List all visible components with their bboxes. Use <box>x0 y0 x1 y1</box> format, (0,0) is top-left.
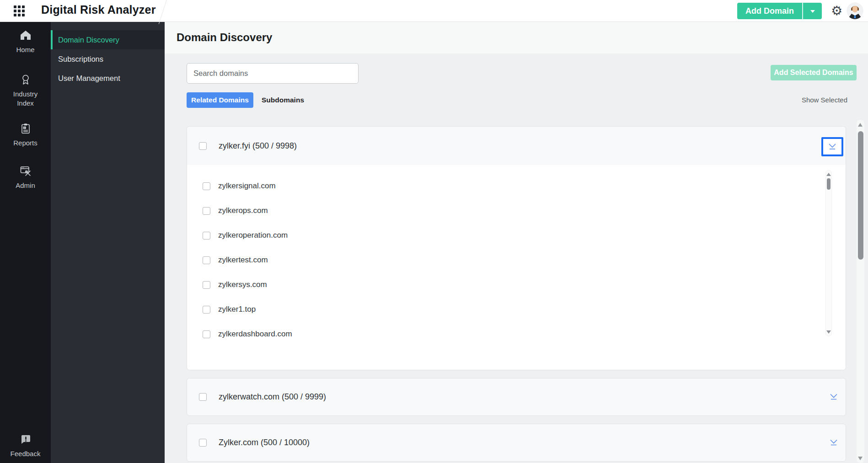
expand-toggle-button[interactable] <box>821 137 843 156</box>
tabs: Related DomainsSubdomains <box>187 92 304 108</box>
domain-checkbox[interactable] <box>203 232 210 239</box>
sidebar-item-label: Home <box>5 45 47 54</box>
app-grid-menu-icon[interactable] <box>14 5 25 16</box>
add-domain-button[interactable]: Add Domain <box>737 3 802 19</box>
domain-list: zylker.fyi (500 / 9998) zylkersignal.com… <box>165 120 868 463</box>
reports-icon <box>19 122 32 135</box>
chevron-down-underline-icon <box>829 392 839 402</box>
domain-checkbox[interactable] <box>203 281 210 289</box>
content-panel: Add Selected Domains Related DomainsSubd… <box>165 53 868 463</box>
outer-scrollbar[interactable] <box>857 120 864 463</box>
scroll-up-arrow-icon[interactable] <box>858 123 863 127</box>
domain-label: zylker1.top <box>218 305 256 314</box>
domain-group-card: zylkerwatch.com (500 / 9999) <box>187 378 846 416</box>
domain-group-card: zylker.fyi (500 / 9998) zylkersignal.com… <box>187 126 846 370</box>
main-header: Domain Discovery <box>165 21 868 53</box>
domain-list-item: zylkeroperation.com <box>187 223 846 248</box>
group-checkbox[interactable] <box>199 393 207 401</box>
tab-related-domains[interactable]: Related Domains <box>187 92 253 108</box>
admin-icon <box>19 164 32 178</box>
sidebar-item-reports[interactable]: Reports <box>0 122 51 148</box>
scroll-down-arrow-icon[interactable] <box>826 330 831 334</box>
title-divider <box>159 0 167 24</box>
inner-scrollbar[interactable] <box>825 170 832 336</box>
home-icon <box>19 28 32 42</box>
add-selected-domains-button[interactable]: Add Selected Domains <box>771 65 857 80</box>
sidebar-item-home[interactable]: Home <box>0 28 51 54</box>
caret-down-icon <box>810 10 815 15</box>
avatar-image <box>847 2 863 19</box>
domain-checkbox[interactable] <box>203 207 210 215</box>
domain-list-item: zylkersignal.com <box>187 174 846 198</box>
domain-group-header: zylkerwatch.com (500 / 9999) <box>187 378 846 415</box>
domain-checkbox[interactable] <box>203 182 210 190</box>
group-title: zylkerwatch.com (500 / 9999) <box>219 392 326 402</box>
scroll-up-arrow-icon[interactable] <box>826 173 831 176</box>
domain-list-item: zylkerdashboard.com <box>187 322 846 346</box>
secondary-sidebar-item-domain-discovery[interactable]: Domain Discovery <box>51 30 165 49</box>
group-checkbox[interactable] <box>199 439 207 447</box>
sidebar-item-admin[interactable]: Admin <box>0 164 51 190</box>
app-title: Digital Risk Analyzer <box>41 3 156 16</box>
group-title: Zylker.com (500 / 10000) <box>219 438 310 447</box>
top-bar: Digital Risk Analyzer Add Domain ⚙ <box>0 0 868 22</box>
domain-label: zylkerops.com <box>218 206 268 215</box>
industry-index-icon <box>19 73 32 86</box>
outer-scrollbar-thumb[interactable] <box>858 131 863 260</box>
settings-gear-icon[interactable]: ⚙ <box>831 2 842 20</box>
app-screen: Digital Risk Analyzer Add Domain ⚙ Home <box>0 0 868 463</box>
domain-list-item: zylkertest.com <box>187 248 846 272</box>
group-title: zylker.fyi (500 / 9998) <box>219 141 297 151</box>
secondary-sidebar-item-user-management[interactable]: User Management <box>51 69 165 88</box>
sidebar-item-feedback[interactable]: Feedback <box>0 432 51 458</box>
domain-label: zylkersignal.com <box>218 181 276 191</box>
main-content: Domain Discovery Add Selected Domains Re… <box>165 21 868 463</box>
domain-label: zylkertest.com <box>218 255 268 265</box>
secondary-sidebar-item-subscriptions[interactable]: Subscriptions <box>51 49 165 69</box>
feedback-icon <box>19 432 32 446</box>
expand-toggle-button[interactable] <box>829 392 839 402</box>
sidebar-item-label: Feedback <box>5 449 47 458</box>
add-domain-split-button: Add Domain <box>737 3 822 19</box>
domain-list-item: zylkerops.com <box>187 198 846 223</box>
inner-scrollbar-thumb[interactable] <box>827 178 830 190</box>
domain-group-body: zylkersignal.com zylkerops.com zylkerope… <box>187 165 846 370</box>
primary-sidebar-nav: Home Industry Index Reports Admin <box>0 28 51 190</box>
domain-group-header: Zylker.com (500 / 10000) <box>187 424 846 461</box>
sidebar-item-industry-index[interactable]: Industry Index <box>0 73 51 108</box>
chevron-down-underline-icon <box>827 142 837 152</box>
domain-group-header: zylker.fyi (500 / 9998) <box>187 127 846 165</box>
show-selected-link[interactable]: Show Selected <box>802 96 847 104</box>
sidebar-item-label: Industry Index <box>5 90 47 108</box>
user-avatar[interactable] <box>847 2 863 19</box>
chevron-down-underline-icon <box>829 437 839 448</box>
sidebar-item-label: Admin <box>5 181 47 190</box>
domain-label: zylkeroperation.com <box>218 231 288 240</box>
page-title: Domain Discovery <box>177 31 272 44</box>
primary-sidebar: Home Industry Index Reports Admin Feedba… <box>0 21 51 463</box>
sidebar-item-label: Reports <box>5 138 47 148</box>
tab-subdomains[interactable]: Subdomains <box>262 96 304 104</box>
search-input[interactable] <box>187 63 359 84</box>
domain-list-item: zylkersys.com <box>187 272 846 297</box>
domain-checkbox[interactable] <box>203 330 210 338</box>
expand-toggle-button[interactable] <box>829 437 839 448</box>
scroll-down-arrow-icon[interactable] <box>858 457 863 460</box>
domain-checkbox[interactable] <box>203 306 210 314</box>
domain-checkbox[interactable] <box>203 256 210 264</box>
domain-label: zylkerdashboard.com <box>218 330 292 339</box>
secondary-sidebar: Domain DiscoverySubscriptionsUser Manage… <box>51 21 165 463</box>
group-checkbox[interactable] <box>199 142 207 150</box>
add-domain-dropdown-button[interactable] <box>802 3 822 19</box>
domain-list-item: zylker1.top <box>187 297 846 322</box>
domain-label: zylkersys.com <box>218 280 267 289</box>
domain-group-card: Zylker.com (500 / 10000) <box>187 424 846 462</box>
